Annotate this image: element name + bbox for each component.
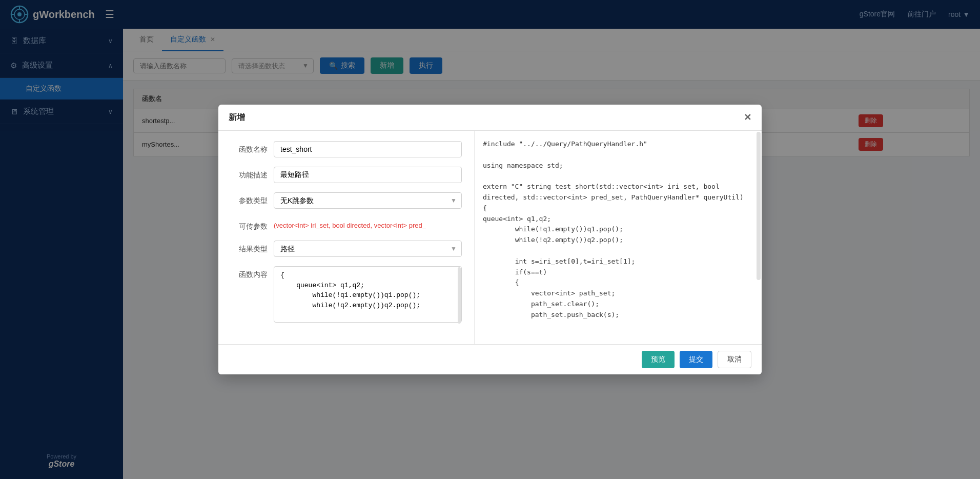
func-name-label: 函数名称 <box>231 141 268 154</box>
code-scrollbar[interactable] <box>757 132 761 165</box>
modal: 新增 ✕ 函数名称 功能描述 参数类型 <box>218 105 762 165</box>
modal-close-button[interactable]: ✕ <box>744 112 751 123</box>
form-row-name: 函数名称 <box>231 141 462 157</box>
modal-overlay: 新增 ✕ 函数名称 功能描述 参数类型 <box>0 0 980 165</box>
modal-title: 新增 <box>229 112 245 123</box>
func-name-field[interactable] <box>274 141 462 157</box>
form-panel: 函数名称 功能描述 参数类型 无K跳参数 有K跳参数 <box>218 131 475 165</box>
modal-body: 函数名称 功能描述 参数类型 无K跳参数 有K跳参数 <box>218 131 762 165</box>
code-panel: #include "../../Query/PathQueryHandler.h… <box>475 131 762 165</box>
modal-header: 新增 ✕ <box>218 105 762 131</box>
code-content: #include "../../Query/PathQueryHandler.h… <box>483 139 753 165</box>
